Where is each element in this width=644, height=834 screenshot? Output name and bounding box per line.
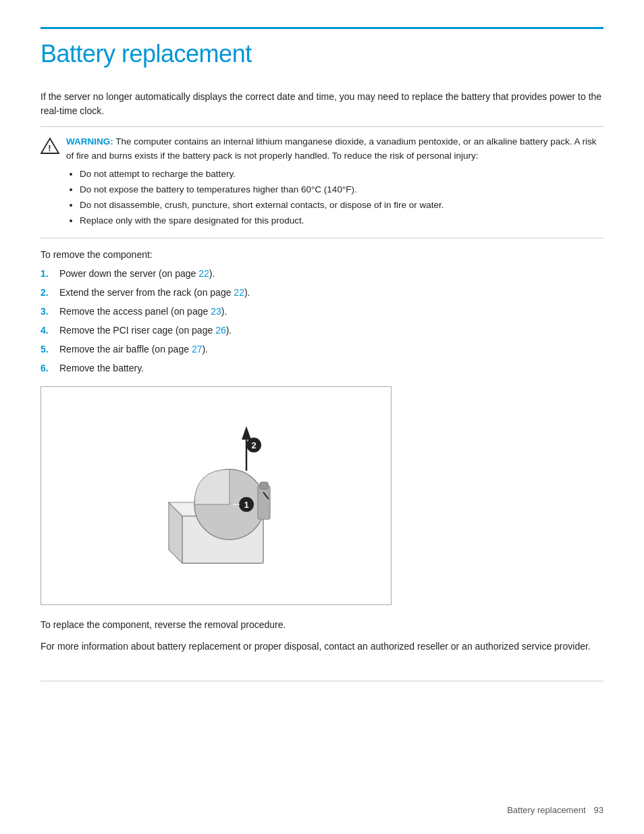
warning-bullet-3: Do not disassemble, crush, puncture, sho… [80, 199, 603, 213]
svg-marker-9 [242, 426, 251, 440]
step-5: 5. Remove the air baffle (on page 27). [41, 342, 603, 357]
page-footer: Battery replacement 93 [507, 805, 603, 815]
steps-list: 1. Power down the server (on page 22). 2… [41, 267, 603, 375]
step-6-text: Remove the battery. [59, 361, 603, 375]
step-2-num: 2. [41, 286, 59, 300]
step-4-link[interactable]: 26 [215, 325, 226, 336]
step-2: 2. Extend the server from the rack (on p… [41, 286, 603, 300]
step-1-num: 1. [41, 267, 59, 281]
step-5-link[interactable]: 27 [192, 344, 203, 355]
footer-label: Battery replacement [507, 805, 585, 815]
svg-rect-6 [258, 486, 270, 519]
warning-bullet-1: Do not attempt to recharge the battery. [80, 167, 603, 182]
step-3-num: 3. [41, 305, 59, 319]
step-3: 3. Remove the access panel (on page 23). [41, 305, 603, 319]
intro-text: If the server no longer automatically di… [41, 90, 603, 118]
step-4-text: Remove the PCI riser cage (on page 26). [59, 323, 603, 338]
step-1: 1. Power down the server (on page 22). [41, 267, 603, 281]
warning-content: WARNING: The computer contains an intern… [66, 135, 603, 230]
step-1-link[interactable]: 22 [198, 268, 209, 279]
step-3-link[interactable]: 23 [211, 306, 221, 317]
step-2-text: Extend the server from the rack (on page… [59, 286, 603, 300]
footer-text-2: For more information about battery repla… [41, 639, 603, 654]
svg-text:2: 2 [251, 440, 256, 450]
step-3-text: Remove the access panel (on page 23). [59, 305, 603, 319]
step-6: 6. Remove the battery. [41, 361, 603, 375]
step-6-num: 6. [41, 361, 59, 375]
step-4: 4. Remove the PCI riser cage (on page 26… [41, 323, 603, 338]
step-2-link[interactable]: 22 [234, 287, 244, 298]
diagram-box: 2 1 [41, 386, 392, 605]
warning-bullets: Do not attempt to recharge the battery. … [80, 167, 603, 228]
step-5-text: Remove the air baffle (on page 27). [59, 342, 603, 357]
warning-bullet-2: Do not expose the battery to temperature… [80, 183, 603, 197]
step-1-text: Power down the server (on page 22). [59, 267, 603, 281]
footer-rule [41, 681, 603, 681]
top-rule [41, 27, 603, 29]
warning-label: WARNING: [66, 136, 113, 147]
remove-label: To remove the component: [41, 249, 603, 260]
warning-bullet-4: Replace only with the spare designated f… [80, 214, 603, 228]
svg-text:1: 1 [244, 500, 248, 510]
page-title: Battery replacement [41, 40, 603, 68]
warning-icon: ! [41, 136, 59, 155]
warning-body: The computer contains an internal lithiu… [66, 136, 596, 161]
warning-box: ! WARNING: The computer contains an inte… [41, 126, 603, 238]
step-4-num: 4. [41, 323, 59, 338]
svg-text:!: ! [48, 143, 51, 153]
svg-rect-7 [260, 482, 268, 489]
diagram-svg-wrap: 2 1 [122, 398, 311, 594]
footer-text-1: To replace the component, reverse the re… [41, 617, 603, 632]
step-5-num: 5. [41, 342, 59, 357]
footer-page-num: 93 [594, 805, 603, 815]
